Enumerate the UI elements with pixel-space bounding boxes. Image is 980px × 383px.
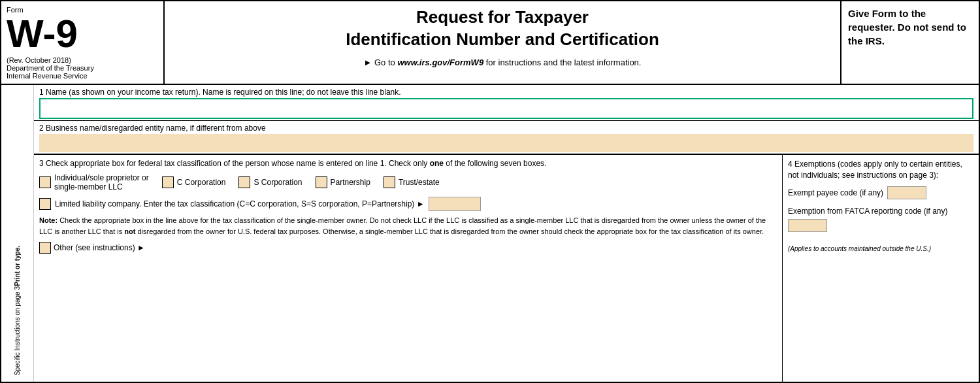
rev-date: (Rev. October 2018)	[7, 56, 158, 64]
line2-section: 2 Business name/disregarded entity name,…	[34, 121, 979, 154]
other-label: Other (see instructions) ►	[54, 243, 145, 252]
checkbox-box-individual[interactable]	[39, 176, 51, 188]
llc-row: Limited liability company. Enter the tax…	[39, 197, 777, 211]
dept1: Department of the Treasury	[7, 64, 158, 72]
specific-instructions: Specific Instructions on page 3	[14, 286, 22, 375]
exempt-payee-label: Exempt payee code (if any)	[788, 188, 883, 197]
header-left: Form W-9 (Rev. October 2018) Department …	[1, 1, 165, 84]
print-or-type: Print or type.	[14, 246, 22, 286]
fatca-label: Exemption from FATCA reporting code (if …	[788, 206, 973, 217]
goto-line: ► Go to www.irs.gov/FormW9 for instructi…	[178, 58, 827, 67]
checkbox-box-c-corp[interactable]	[162, 176, 174, 188]
header-center: Request for Taxpayer Identification Numb…	[165, 1, 841, 84]
give-form-text: Give Form to the requester. Do not send …	[848, 7, 972, 48]
dept2: Internal Revenue Service	[7, 72, 158, 80]
checkbox-box-llc[interactable]	[39, 198, 51, 210]
w9-form: Form W-9 (Rev. October 2018) Department …	[0, 0, 980, 383]
other-row: Other (see instructions) ►	[39, 242, 777, 254]
line1-section: 1 Name (as shown on your income tax retu…	[34, 85, 979, 121]
line1-input[interactable]	[39, 98, 973, 119]
checkbox-box-s-corp[interactable]	[238, 176, 250, 188]
line1-label: 1 Name (as shown on your income tax retu…	[39, 88, 973, 97]
w9-title: W-9	[7, 14, 158, 54]
side-text-area: Print or type. Specific Instructions on …	[1, 85, 34, 382]
goto-url: www.irs.gov/FormW9	[397, 58, 483, 67]
main-content: 1 Name (as shown on your income tax retu…	[34, 85, 979, 382]
note-text: Note: Check the appropriate box in the l…	[39, 215, 777, 237]
checkbox-partnership: Partnership	[316, 176, 370, 188]
checkbox-c-corp: C Corporation	[162, 176, 226, 188]
llc-label: Limited liability company. Enter the tax…	[55, 199, 425, 208]
form-header: Form W-9 (Rev. October 2018) Department …	[1, 1, 979, 85]
lines34-section: 3 Check appropriate box for federal tax …	[34, 154, 979, 382]
exempt-payee-input[interactable]	[887, 186, 926, 199]
exempt-row: Exempt payee code (if any)	[788, 186, 973, 199]
checkbox-trust: Trust/estate	[384, 176, 440, 188]
llc-classification-input[interactable]	[429, 197, 481, 211]
header-right: Give Form to the requester. Do not send …	[841, 1, 979, 84]
applies-note: (Applies to accounts maintained outside …	[788, 245, 973, 252]
checkbox-individual: Individual/sole proprietor or single-mem…	[39, 173, 149, 192]
main-title: Request for Taxpayer Identification Numb…	[178, 7, 827, 51]
fatca-input[interactable]	[788, 219, 827, 232]
checkboxes-row: Individual/sole proprietor or single-mem…	[39, 173, 777, 192]
form-body: Print or type. Specific Instructions on …	[1, 85, 979, 382]
line4-title: 4 Exemptions (codes apply only to certai…	[788, 159, 973, 181]
line4-area: 4 Exemptions (codes apply only to certai…	[783, 155, 979, 382]
side-text: Print or type. Specific Instructions on …	[1, 246, 33, 375]
checkbox-box-trust[interactable]	[384, 176, 395, 188]
line3-header: 3 Check appropriate box for federal tax …	[39, 159, 777, 168]
line2-input[interactable]	[39, 134, 973, 152]
checkbox-s-corp: S Corporation	[238, 176, 302, 188]
checkbox-box-other[interactable]	[39, 242, 51, 254]
line2-label: 2 Business name/disregarded entity name,…	[39, 124, 973, 133]
line3-area: 3 Check appropriate box for federal tax …	[34, 155, 783, 382]
checkbox-box-partnership[interactable]	[316, 176, 327, 188]
